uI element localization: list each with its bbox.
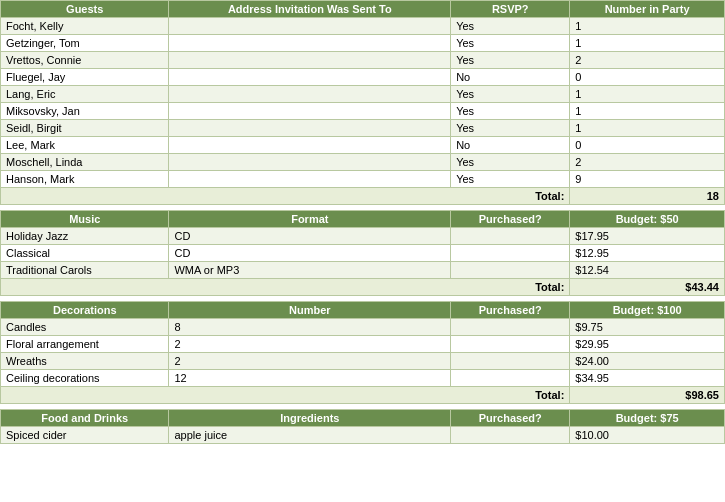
guest-address — [169, 120, 451, 137]
food-col1: Food and Drinks — [1, 410, 169, 427]
decorations-col2: Number — [169, 302, 451, 319]
decorations-total-label: Total: — [1, 387, 570, 404]
guest-rsvp: Yes — [451, 154, 570, 171]
guest-name: Focht, Kelly — [1, 18, 169, 35]
decorations-total-value: $98.65 — [570, 387, 725, 404]
guest-count: 2 — [570, 52, 725, 69]
guest-address — [169, 171, 451, 188]
music-col3: Purchased? — [451, 211, 570, 228]
decoration-budget: $29.95 — [570, 336, 725, 353]
decoration-purchased — [451, 353, 570, 370]
music-col4: Budget: $50 — [570, 211, 725, 228]
decoration-name: Floral arrangement — [1, 336, 169, 353]
decoration-name: Ceiling decorations — [1, 370, 169, 387]
guest-rsvp: No — [451, 137, 570, 154]
decoration-name: Candles — [1, 319, 169, 336]
table-row: Classical CD $12.95 — [1, 245, 725, 262]
guest-rsvp: Yes — [451, 171, 570, 188]
guest-name: Getzinger, Tom — [1, 35, 169, 52]
music-format: WMA or MP3 — [169, 262, 451, 279]
guest-address — [169, 86, 451, 103]
guests-col2: Address Invitation Was Sent To — [169, 1, 451, 18]
table-row: Hanson, Mark Yes 9 — [1, 171, 725, 188]
guests-col4: Number in Party — [570, 1, 725, 18]
guest-address — [169, 154, 451, 171]
music-name: Holiday Jazz — [1, 228, 169, 245]
food-name: Spiced cider — [1, 427, 169, 444]
decoration-number: 12 — [169, 370, 451, 387]
decoration-purchased — [451, 319, 570, 336]
guest-rsvp: Yes — [451, 86, 570, 103]
table-row: Wreaths 2 $24.00 — [1, 353, 725, 370]
table-row: Spiced cider apple juice $10.00 — [1, 427, 725, 444]
guest-count: 0 — [570, 137, 725, 154]
table-row: Getzinger, Tom Yes 1 — [1, 35, 725, 52]
guest-name: Moschell, Linda — [1, 154, 169, 171]
table-row: Lang, Eric Yes 1 — [1, 86, 725, 103]
music-purchased — [451, 228, 570, 245]
food-col2: Ingredients — [169, 410, 451, 427]
guest-name: Seidl, Birgit — [1, 120, 169, 137]
guest-address — [169, 103, 451, 120]
guest-count: 9 — [570, 171, 725, 188]
food-header-row: Food and Drinks Ingredients Purchased? B… — [1, 410, 725, 427]
decoration-number: 8 — [169, 319, 451, 336]
guest-address — [169, 137, 451, 154]
guest-name: Hanson, Mark — [1, 171, 169, 188]
music-header-row: Music Format Purchased? Budget: $50 — [1, 211, 725, 228]
guest-address — [169, 52, 451, 69]
table-row: Floral arrangement 2 $29.95 — [1, 336, 725, 353]
guest-name: Miksovsky, Jan — [1, 103, 169, 120]
guest-rsvp: Yes — [451, 18, 570, 35]
food-col3: Purchased? — [451, 410, 570, 427]
music-purchased — [451, 262, 570, 279]
decorations-col3: Purchased? — [451, 302, 570, 319]
decorations-total-row: Total: $98.65 — [1, 387, 725, 404]
music-col1: Music — [1, 211, 169, 228]
music-name: Classical — [1, 245, 169, 262]
guest-count: 0 — [570, 69, 725, 86]
guest-rsvp: Yes — [451, 35, 570, 52]
music-total-value: $43.44 — [570, 279, 725, 296]
music-name: Traditional Carols — [1, 262, 169, 279]
guest-address — [169, 69, 451, 86]
food-purchased — [451, 427, 570, 444]
guest-name: Lee, Mark — [1, 137, 169, 154]
guests-col3: RSVP? — [451, 1, 570, 18]
guests-total-value: 18 — [570, 188, 725, 205]
table-row: Miksovsky, Jan Yes 1 — [1, 103, 725, 120]
guest-count: 1 — [570, 103, 725, 120]
music-budget: $12.54 — [570, 262, 725, 279]
guest-rsvp: No — [451, 69, 570, 86]
music-budget: $12.95 — [570, 245, 725, 262]
food-budget: $10.00 — [570, 427, 725, 444]
guest-rsvp: Yes — [451, 120, 570, 137]
music-format: CD — [169, 245, 451, 262]
decoration-number: 2 — [169, 336, 451, 353]
guest-count: 1 — [570, 86, 725, 103]
decoration-budget: $9.75 — [570, 319, 725, 336]
guests-total-row: Total: 18 — [1, 188, 725, 205]
music-total-label: Total: — [1, 279, 570, 296]
decoration-budget: $34.95 — [570, 370, 725, 387]
guest-count: 2 — [570, 154, 725, 171]
guests-header-row: Guests Address Invitation Was Sent To RS… — [1, 1, 725, 18]
guests-col1: Guests — [1, 1, 169, 18]
guest-count: 1 — [570, 35, 725, 52]
table-row: Fluegel, Jay No 0 — [1, 69, 725, 86]
music-col2: Format — [169, 211, 451, 228]
table-row: Lee, Mark No 0 — [1, 137, 725, 154]
table-row: Traditional Carols WMA or MP3 $12.54 — [1, 262, 725, 279]
guest-name: Fluegel, Jay — [1, 69, 169, 86]
table-row: Focht, Kelly Yes 1 — [1, 18, 725, 35]
party-planner-table: Guests Address Invitation Was Sent To RS… — [0, 0, 725, 444]
guest-name: Lang, Eric — [1, 86, 169, 103]
decoration-purchased — [451, 370, 570, 387]
table-row: Vrettos, Connie Yes 2 — [1, 52, 725, 69]
music-total-row: Total: $43.44 — [1, 279, 725, 296]
music-budget: $17.95 — [570, 228, 725, 245]
table-row: Moschell, Linda Yes 2 — [1, 154, 725, 171]
decoration-budget: $24.00 — [570, 353, 725, 370]
decorations-col4: Budget: $100 — [570, 302, 725, 319]
decoration-number: 2 — [169, 353, 451, 370]
